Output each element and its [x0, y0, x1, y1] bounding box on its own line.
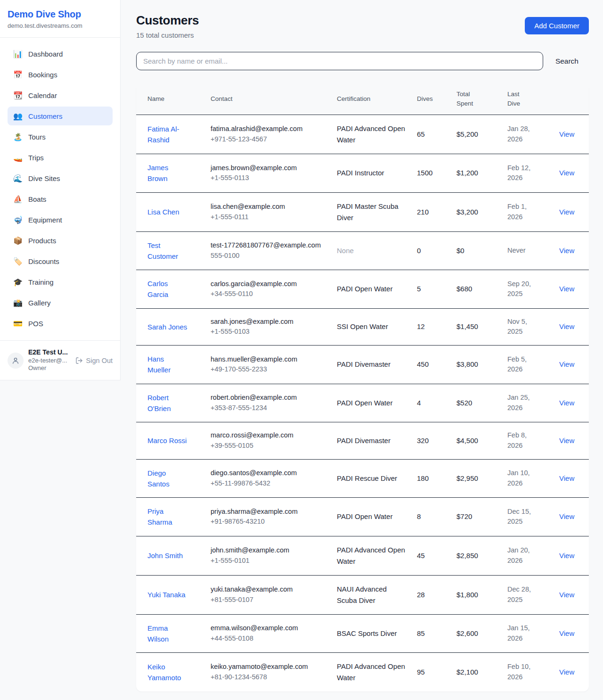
view-link[interactable]: View [559, 629, 574, 637]
col-header-actions [554, 83, 589, 115]
sidebar-item-bookings[interactable]: 📅 Bookings [8, 65, 113, 84]
customer-certification: PADI Divemaster [337, 435, 406, 446]
customer-dives: 65 [417, 130, 425, 138]
customer-phone: +1-555-0103 [211, 327, 326, 337]
page-header-text: Customers 15 total customers [136, 13, 199, 39]
sidebar-item-training[interactable]: 🎓 Training [8, 272, 113, 291]
customer-name-link[interactable]: Emma Wilson [147, 623, 189, 645]
customer-certification: NAUI Advanced Scuba Diver [337, 584, 406, 606]
customer-last-dive: Jan 15, 2026 [507, 623, 537, 644]
customer-total-spent: $720 [456, 512, 472, 520]
table-row: Carlos Garcia carlos.garcia@example.com … [136, 270, 589, 309]
search-row: Search [136, 52, 589, 70]
sidebar-item-trips[interactable]: 🚤 Trips [8, 148, 113, 167]
sidebar-item-label: Boats [28, 195, 46, 203]
customer-name-link[interactable]: James Brown [147, 162, 189, 184]
table-row: Hans Mueller hans.mueller@example.com +4… [136, 346, 589, 384]
table-row: Keiko Yamamoto keiko.yamamoto@example.co… [136, 653, 589, 692]
sidebar-nav: 📊 Dashboard 📅 Bookings 📆 Calendar 👥 Cust… [0, 38, 120, 340]
view-link[interactable]: View [559, 474, 574, 482]
customer-phone: +1-555-0113 [211, 173, 326, 183]
sidebar-item-products[interactable]: 📦 Products [8, 231, 113, 250]
search-input[interactable] [136, 52, 543, 70]
view-link[interactable]: View [559, 360, 574, 368]
customer-certification: PADI Open Water [337, 283, 406, 295]
sidebar: Demo Dive Shop demo.test.divestreams.com… [0, 0, 121, 380]
wave-icon: 🌊 [13, 174, 23, 183]
sidebar-item-discounts[interactable]: 🏷️ Discounts [8, 252, 113, 271]
customer-name-link[interactable]: Test Customer [147, 240, 189, 262]
customer-last-dive: Jan 25, 2026 [507, 393, 537, 413]
sidebar-item-label: Customers [28, 112, 63, 120]
view-link[interactable]: View [559, 591, 574, 599]
customer-phone: +1-555-0101 [211, 556, 326, 566]
customer-dives: 85 [417, 629, 425, 637]
customer-total-spent: $3,800 [456, 360, 478, 368]
customer-dives: 4 [417, 399, 421, 407]
search-button[interactable]: Search [543, 57, 589, 66]
bookings-calendar-icon: 📅 [13, 70, 23, 79]
customer-phone: +34-555-0110 [211, 289, 326, 299]
customer-name-link[interactable]: Diego Santos [147, 468, 189, 490]
customer-certification: PADI Rescue Diver [337, 473, 406, 484]
customer-name-link[interactable]: Yuki Tanaka [147, 589, 186, 600]
view-link[interactable]: View [559, 285, 574, 293]
view-link[interactable]: View [559, 130, 574, 138]
customer-name-link[interactable]: Lisa Chen [147, 206, 179, 217]
customer-total-spent: $0 [456, 247, 464, 255]
sign-out-label: Sign Out [86, 357, 113, 364]
customer-last-dive: Sep 20, 2025 [507, 279, 537, 300]
sidebar-item-calendar[interactable]: 📆 Calendar [8, 86, 113, 105]
table-row: Lisa Chen lisa.chen@example.com +1-555-0… [136, 192, 589, 231]
col-header-dives: Dives [411, 83, 451, 115]
view-link[interactable]: View [559, 668, 574, 676]
sidebar-item-boats[interactable]: ⛵ Boats [8, 189, 113, 208]
view-link[interactable]: View [559, 169, 574, 177]
sign-out-button[interactable]: Sign Out [75, 357, 113, 364]
view-link[interactable]: View [559, 512, 574, 520]
sidebar-item-gallery[interactable]: 📸 Gallery [8, 293, 113, 312]
customer-last-dive: Never [507, 246, 526, 256]
customer-last-dive: Feb 1, 2026 [507, 202, 537, 222]
col-header-name: Name [136, 83, 205, 115]
main-content: Customers 15 total customers Add Custome… [121, 0, 603, 700]
customer-name-link[interactable]: Marco Rossi [147, 435, 187, 446]
customer-name-link[interactable]: Priya Sharma [147, 506, 189, 528]
sidebar-item-tours[interactable]: 🏝️ Tours [8, 127, 113, 146]
view-link[interactable]: View [559, 436, 574, 445]
customer-name-link[interactable]: Hans Mueller [147, 354, 189, 376]
customer-total-spent: $2,100 [456, 668, 478, 676]
customer-name-link[interactable]: Robert O'Brien [147, 392, 189, 414]
customer-name-link[interactable]: John Smith [147, 550, 183, 561]
customer-certification: PADI Advanced Open Water [337, 123, 406, 146]
customer-email: yuki.tanaka@example.com [211, 585, 326, 595]
customer-name-link[interactable]: Sarah Jones [147, 321, 187, 332]
user-box: E2E Test U... e2e-tester@... Owner Sign … [0, 340, 120, 380]
customer-email: marco.rossi@example.com [211, 430, 326, 441]
customer-email: keiko.yamamoto@example.com [211, 662, 326, 672]
customer-last-dive: Feb 8, 2026 [507, 430, 537, 451]
view-link[interactable]: View [559, 552, 574, 560]
table-row: Fatima Al-Rashid fatima.alrashid@example… [136, 115, 589, 154]
customer-certification: PADI Advanced Open Water [337, 661, 406, 684]
customer-name-link[interactable]: Keiko Yamamoto [147, 661, 189, 684]
customer-email: hans.mueller@example.com [211, 354, 326, 365]
table-body: Fatima Al-Rashid fatima.alrashid@example… [136, 115, 589, 692]
view-link[interactable]: View [559, 399, 574, 407]
sidebar-item-equipment[interactable]: 🤿 Equipment [8, 210, 113, 229]
view-link[interactable]: View [559, 322, 574, 330]
customer-total-spent: $1,450 [456, 322, 478, 330]
view-link[interactable]: View [559, 208, 574, 216]
customer-name-link[interactable]: Fatima Al-Rashid [147, 124, 189, 146]
sidebar-item-customers[interactable]: 👥 Customers [8, 107, 113, 125]
col-header-last-dive: Last Dive [502, 83, 554, 115]
customer-phone: +49-170-555-2233 [211, 364, 326, 375]
sidebar-item-dive-sites[interactable]: 🌊 Dive Sites [8, 169, 113, 188]
sidebar-item-dashboard[interactable]: 📊 Dashboard [8, 44, 113, 63]
customer-name-link[interactable]: Carlos Garcia [147, 278, 189, 300]
sidebar-item-pos[interactable]: 💳 POS [8, 314, 113, 333]
add-customer-button[interactable]: Add Customer [525, 17, 589, 34]
calendar-icon: 📆 [13, 91, 23, 100]
view-link[interactable]: View [559, 247, 574, 255]
customer-email: priya.sharma@example.com [211, 507, 326, 517]
